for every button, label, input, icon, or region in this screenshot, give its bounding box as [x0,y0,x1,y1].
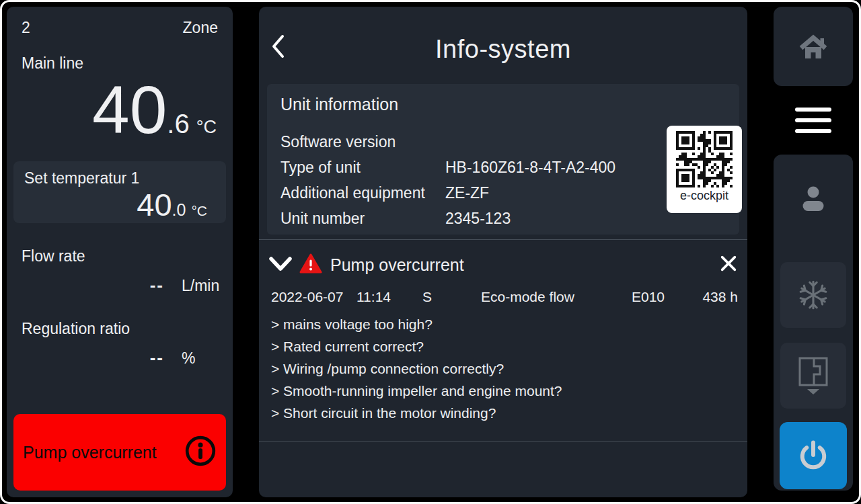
mold-button[interactable] [780,343,846,409]
main-line-label: Main line [7,37,233,73]
alarm-class: S [422,289,481,305]
row-label: Software version [280,133,445,151]
regulation-ratio-label: Regulation ratio [7,296,233,338]
menu-icon [795,108,831,112]
user-icon [800,185,827,213]
zone-panel: 2 Zone Main line 40 .6 °C Set temperatur… [7,7,233,497]
main-line-value-dec: .6 [167,109,189,139]
row-label: Additional equipment [280,184,445,202]
home-icon [798,32,829,60]
zone-header: 2 Zone [7,7,233,37]
flow-rate-row: -- L/min [7,275,233,296]
zone-label: Zone [183,19,218,37]
row-label: Type of unit [280,159,445,177]
main-line-value-int: 40 [92,70,167,149]
qr-code-icon [676,131,733,187]
checklist-item: > Short circuit in the motor winding? [271,402,738,424]
cooling-button[interactable] [780,262,846,328]
info-row-additional-equipment: Additional equipment ZE-ZF [280,180,726,206]
set-temp-dec: .0 [172,200,186,220]
alarm-time: 11:14 [357,289,422,305]
close-button[interactable] [715,254,738,276]
set-temperature-card[interactable]: Set temperatur 1 40 .0 °C [13,161,226,223]
flow-rate-unit: L/min [182,277,226,295]
checklist-item: > Wiring /pump connection correctly? [271,358,738,380]
info-row-unit-number: Unit number 2345-123 [280,206,726,231]
flow-rate-label: Flow rate [7,223,233,265]
row-label: Unit number [280,210,445,228]
alarm-banner[interactable]: Pump overcurrent [13,414,226,491]
regulation-ratio-row: -- % [7,347,233,368]
regulation-ratio-value: -- [150,347,164,368]
alarm-checklist: > mains voltage too high? > Rated curren… [268,313,738,424]
info-row-type-of-unit: Type of unit HB-160Z61-8-4T-A2-400 [280,155,726,180]
alarm-error-code: E010 [632,289,700,305]
alarm-detail-header: Pump overcurrent [268,250,738,280]
set-temperature-label: Set temperatur 1 [24,169,215,187]
checklist-item: > mains voltage too high? [271,313,738,335]
set-temp-int: 40 [137,186,172,223]
back-button[interactable] [270,34,293,60]
unit-information-heading: Unit information [280,95,726,114]
info-row-software-version: Software version [280,129,726,155]
home-button[interactable] [774,7,853,86]
info-icon[interactable] [184,435,217,470]
mold-icon [798,356,829,395]
chevron-left-icon [270,34,286,59]
divider [259,239,747,240]
main-line-temperature: 40 .6 °C [7,70,233,149]
menu-button-active[interactable] [774,86,853,155]
warning-icon [299,253,324,277]
divider [259,441,747,442]
set-temp-unit: °C [191,203,207,219]
alarm-meta-row: 2022-06-07 11:14 S Eco-mode flow E010 43… [268,289,738,305]
sidebar-main-block [774,155,853,491]
chevron-down-icon [268,255,293,273]
page-title: Info-system [259,35,747,64]
sidebar-home-block [774,7,853,86]
unit-information-card: Unit information Software version Type o… [267,84,739,235]
main-line-unit: °C [196,117,217,138]
flow-rate-value: -- [150,275,164,296]
regulation-ratio-unit: % [182,349,226,368]
alarm-detail-section: Pump overcurrent 2022-06-07 11:14 S Eco-… [268,250,738,424]
collapse-button[interactable] [268,255,295,276]
sidebar [774,7,853,491]
zone-number: 2 [22,19,30,37]
checklist-item: > Rated current correct? [271,335,738,358]
user-button[interactable] [774,168,853,230]
snowflake-icon [796,278,830,312]
checklist-item: > Smooth-running impeller and engine mou… [271,380,738,402]
power-icon [796,438,831,473]
alarm-operating-hours: 438 h [700,289,738,305]
alarm-date: 2022-06-07 [271,289,357,305]
power-button[interactable] [780,422,847,489]
set-temperature-value: 40 .0 °C [24,186,215,223]
alarm-mode: Eco-mode flow [481,289,632,305]
qr-caption: e-cockpit [667,189,742,203]
alarm-title: Pump overcurrent [330,255,715,275]
alarm-banner-label: Pump overcurrent [23,443,157,462]
hmi-screen: 2 Zone Main line 40 .6 °C Set temperatur… [0,0,861,504]
qr-card[interactable]: e-cockpit [667,126,742,213]
close-icon [719,254,738,273]
info-system-panel: Info-system Unit information Software ve… [259,7,747,497]
